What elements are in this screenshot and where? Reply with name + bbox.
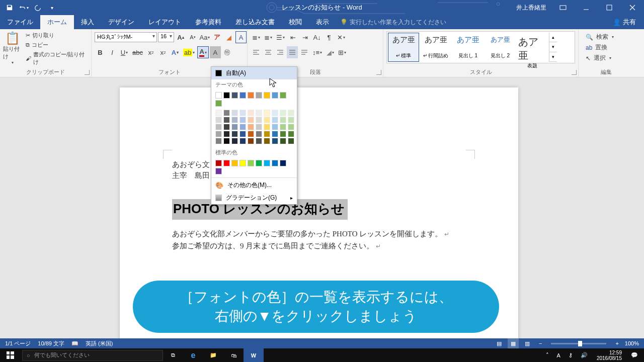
text-line[interactable]: あおぞら文化部メンバーからご要望の多かった PHOTO レッスンを開催します。 [172, 229, 449, 239]
language[interactable]: 英語 (米国) [86, 340, 113, 347]
subscript-button[interactable]: x2 [145, 46, 156, 58]
cut-button[interactable]: ✂切り取り [24, 31, 88, 40]
style-normal[interactable]: あア亜↵ 標準 [388, 33, 419, 62]
bullets-button[interactable]: ≣▾ [251, 31, 262, 43]
color-swatch[interactable] [248, 110, 254, 116]
enclose-button[interactable]: A [235, 31, 247, 43]
color-swatch[interactable] [248, 92, 254, 99]
zoom-level[interactable]: 100% [625, 340, 639, 346]
color-swatch[interactable] [256, 138, 262, 144]
color-swatch[interactable] [239, 117, 246, 123]
minimize-icon[interactable] [575, 0, 598, 15]
word-taskbar-icon[interactable]: W [244, 348, 264, 362]
color-swatch[interactable] [256, 160, 262, 166]
color-swatch[interactable] [215, 92, 222, 99]
style-more-icon[interactable]: ▾ [549, 52, 557, 62]
color-swatch[interactable] [256, 131, 262, 137]
edge-icon[interactable]: e [183, 348, 203, 362]
color-swatch[interactable] [223, 138, 230, 144]
color-swatch[interactable] [215, 124, 222, 130]
color-swatch[interactable] [280, 92, 286, 99]
color-swatch[interactable] [239, 124, 246, 130]
start-button[interactable] [0, 348, 20, 362]
color-swatch[interactable] [264, 138, 270, 144]
ribbon-options-icon[interactable] [551, 0, 575, 15]
cortana-search[interactable]: ○何でも聞いてください [22, 350, 163, 361]
web-layout-icon[interactable]: ▥ [522, 338, 533, 348]
numbering-button[interactable]: ≣▾ [263, 31, 274, 43]
replace-button[interactable]: ab置換 [585, 43, 628, 52]
color-swatch[interactable] [215, 138, 222, 144]
change-case-button[interactable]: Aa▾ [199, 31, 210, 43]
tab-insert[interactable]: 挿入 [74, 15, 101, 29]
style-title[interactable]: あア亜表題 [517, 33, 548, 62]
more-colors-item[interactable]: 🎨 その他の色(M)... [211, 179, 297, 192]
user-name[interactable]: 井上香緒里 [511, 4, 551, 12]
color-swatch[interactable] [288, 117, 294, 123]
color-swatch[interactable] [256, 92, 262, 99]
style-heading1[interactable]: あア亜見出し 1 [452, 33, 484, 62]
find-button[interactable]: 🔍検索▾ [585, 32, 628, 42]
color-swatch[interactable] [272, 92, 278, 99]
color-swatch[interactable] [223, 117, 230, 123]
color-swatch[interactable] [215, 131, 222, 137]
color-swatch[interactable] [288, 110, 294, 116]
enclose-char-button[interactable]: ㊕ [222, 46, 233, 58]
print-layout-icon[interactable]: ▦ [508, 338, 519, 348]
format-painter-button[interactable]: 🖌書式のコピー/貼り付け [24, 50, 88, 66]
color-swatch[interactable] [231, 117, 238, 123]
color-swatch[interactable] [264, 160, 270, 166]
tellme[interactable]: 💡実行したい作業を入力してください [336, 18, 446, 27]
color-swatch[interactable] [223, 110, 230, 116]
color-swatch[interactable] [239, 110, 246, 116]
multilevel-button[interactable]: ☰▾ [275, 31, 286, 43]
sort-button[interactable]: A↓ [311, 31, 323, 43]
text-line[interactable]: 参加ご希望の方は、9 月末までに島田までご連絡ください。 [172, 241, 381, 251]
char-shading-button[interactable]: A [210, 46, 221, 58]
color-swatch[interactable] [223, 160, 230, 166]
color-swatch[interactable] [256, 117, 262, 123]
color-swatch[interactable] [280, 117, 286, 123]
task-view-icon[interactable]: ⧉ [163, 348, 183, 362]
align-left-button[interactable] [251, 46, 262, 58]
dialog-launcher-icon[interactable] [85, 70, 90, 75]
copy-button[interactable]: ⧉コピー [24, 41, 88, 49]
font-name-select[interactable]: HG丸ｺﾞｼｯｸM- [95, 32, 157, 42]
maximize-icon[interactable] [598, 0, 621, 15]
font-color-button[interactable]: A▾ [197, 46, 208, 58]
color-swatch[interactable] [215, 160, 222, 166]
decrease-indent-button[interactable]: ⇤ [287, 31, 298, 43]
tab-references[interactable]: 参考資料 [188, 15, 228, 29]
text-line[interactable]: 主宰 島田 [172, 171, 210, 180]
color-swatch[interactable] [223, 92, 230, 99]
text-line[interactable]: あおぞら文 [172, 160, 210, 169]
color-swatch[interactable] [280, 124, 286, 130]
color-swatch[interactable] [231, 160, 238, 166]
color-swatch[interactable] [280, 131, 286, 137]
asian-layout-button[interactable]: ✕▾ [336, 31, 347, 43]
distribute-button[interactable] [299, 46, 310, 58]
underline-button[interactable]: U▾ [119, 46, 130, 58]
page-count[interactable]: 1/1 ページ [5, 340, 31, 347]
tab-design[interactable]: デザイン [101, 15, 141, 29]
styles-gallery[interactable]: あア亜↵ 標準 あア亜↵ 行間詰め あア亜見出し 1 あア亜見出し 2 あア亜表… [386, 31, 575, 63]
color-swatch[interactable] [256, 110, 262, 116]
bold-button[interactable]: B [95, 46, 106, 58]
color-swatch[interactable] [264, 110, 270, 116]
color-swatch[interactable] [223, 124, 230, 130]
color-swatch[interactable] [272, 117, 278, 123]
color-swatch[interactable] [239, 92, 246, 99]
color-swatch[interactable] [288, 124, 294, 130]
zoom-out-button[interactable]: − [536, 338, 545, 348]
tray-chevron-icon[interactable]: ˄ [544, 352, 551, 358]
style-heading2[interactable]: あア亜見出し 2 [485, 33, 516, 62]
tab-file[interactable]: ファイル [0, 15, 40, 29]
phonetic-button[interactable]: ア [211, 31, 222, 43]
read-mode-icon[interactable]: ▤ [494, 338, 505, 348]
color-swatch[interactable] [239, 160, 246, 166]
highlight-button[interactable]: ab▾ [182, 46, 196, 58]
shrink-font-button[interactable]: A▾ [187, 31, 198, 43]
clock[interactable]: 12:59 2016/08/15 [594, 350, 625, 361]
color-swatch[interactable] [215, 110, 222, 116]
color-swatch[interactable] [272, 138, 278, 144]
